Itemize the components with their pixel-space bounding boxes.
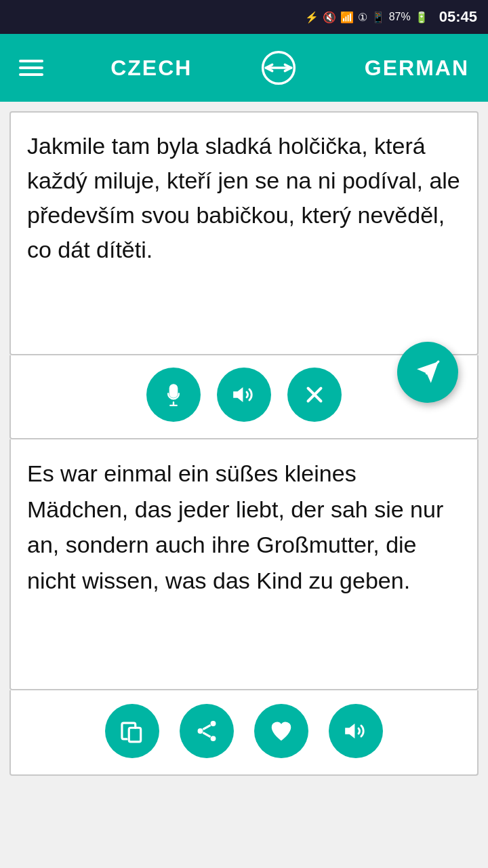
wifi-icon: 📶 [340,11,354,24]
source-panel: Jakmile tam byla sladká holčička, která … [9,111,479,355]
swap-icon [260,49,298,87]
svg-point-4 [211,721,216,726]
mute-icon: 🔇 [323,11,336,24]
menu-line-1 [19,60,43,62]
menu-line-3 [19,73,43,76]
svg-marker-0 [233,387,243,402]
svg-line-7 [203,725,210,729]
svg-line-8 [203,732,210,736]
menu-line-2 [19,66,43,69]
send-icon [415,359,441,385]
clear-button[interactable] [287,368,342,422]
sim1-icon: ① [358,11,367,24]
speak-translation-button[interactable] [329,704,383,758]
heart-icon [268,718,294,744]
share-icon [194,718,220,744]
translation-text: Es war einmal ein süßes kleines Mädchen,… [27,456,461,599]
svg-marker-9 [345,724,354,738]
menu-button[interactable] [19,60,43,76]
translation-actions [9,690,479,776]
favorite-button[interactable] [254,704,308,758]
swap-languages-button[interactable] [260,49,298,87]
svg-point-5 [198,728,203,734]
target-language-label[interactable]: GERMAN [365,56,469,81]
copy-button[interactable] [105,704,159,758]
share-button[interactable] [180,704,234,758]
source-actions [9,355,479,439]
speaker-icon [231,382,257,408]
volume-icon [343,718,369,744]
source-text[interactable]: Jakmile tam byla sladká holčička, která … [27,129,461,267]
bluetooth-mute-icon: ⚡ [305,11,319,24]
battery-level: 87% [389,11,411,23]
translate-button[interactable] [397,342,458,403]
close-icon [302,382,327,408]
svg-rect-3 [129,728,140,742]
copy-icon [119,718,145,744]
mic-icon [161,382,186,408]
svg-point-6 [211,736,216,741]
app-header: CZECH GERMAN [0,34,488,102]
source-language-label[interactable]: CZECH [110,56,192,81]
speak-button[interactable] [217,368,271,422]
battery-icon: 🔋 [415,11,428,24]
translation-panel: Es war einmal ein süßes kleines Mädchen,… [9,439,479,690]
status-time: 05:45 [439,8,477,26]
status-bar: ⚡ 🔇 📶 ① 📱 87% 🔋 05:45 [0,0,488,34]
status-icons: ⚡ 🔇 📶 ① 📱 87% 🔋 [305,11,428,24]
microphone-button[interactable] [146,368,201,422]
signal-icon: 📱 [371,11,385,24]
